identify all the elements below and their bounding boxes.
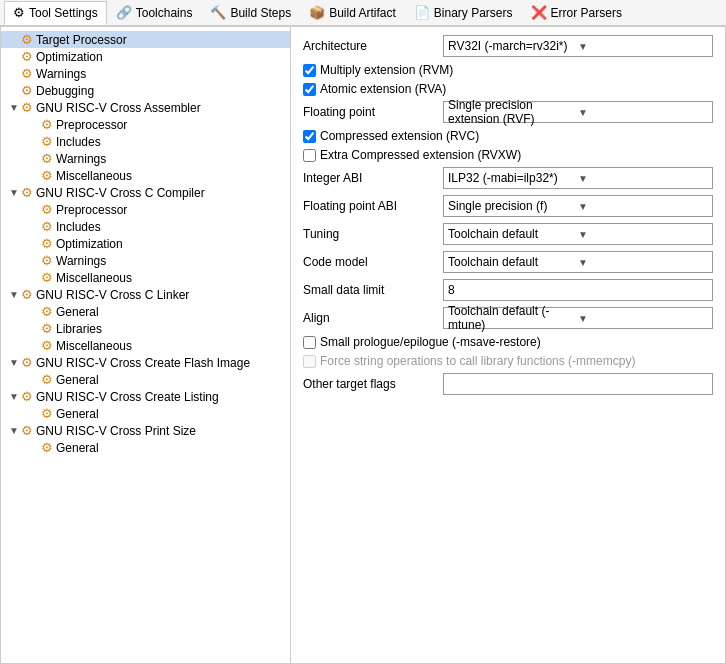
left-panel: ⚙ Target Processor ⚙ Optimization ⚙ Warn…	[1, 27, 291, 663]
dropdown-integer-abi[interactable]: ILP32 (-mabi=ilp32*) ▼	[443, 167, 713, 189]
checkbox-small-prologue[interactable]	[303, 336, 316, 349]
settings-row-tuning: Tuning Toolchain default ▼	[303, 223, 713, 245]
item-label-cc-optimization: Optimization	[56, 237, 123, 251]
item-label-gnu-c-linker: GNU RISC-V Cross C Linker	[36, 288, 189, 302]
input-small-data[interactable]	[443, 279, 713, 301]
tab-icon-tool-settings: ⚙	[13, 5, 25, 20]
tree-item-gnu-c-compiler[interactable]: ▼ ⚙ GNU RISC-V Cross C Compiler	[1, 184, 290, 201]
tree-item-ld-misc[interactable]: ⚙ Miscellaneous	[1, 337, 290, 354]
item-label-print-general: General	[56, 441, 99, 455]
toggle-gnu-listing[interactable]: ▼	[9, 391, 21, 402]
tree-item-listing-general[interactable]: ⚙ General	[1, 405, 290, 422]
settings-value-architecture: RV32I (-march=rv32i*) ▼	[443, 35, 713, 57]
item-label-gnu-c-compiler: GNU RISC-V Cross C Compiler	[36, 186, 205, 200]
item-icon-ld-libraries: ⚙	[41, 321, 53, 336]
tree-item-gnu-print-size[interactable]: ▼ ⚙ GNU RISC-V Cross Print Size	[1, 422, 290, 439]
toggle-gnu-assembler[interactable]: ▼	[9, 102, 21, 113]
dropdown-fp-abi[interactable]: Single precision (f) ▼	[443, 195, 713, 217]
label-compressed: Compressed extension (RVC)	[320, 129, 479, 143]
item-label-gnu-assembler: GNU RISC-V Cross Assembler	[36, 101, 201, 115]
dropdown-floating-point[interactable]: Single precision extension (RVF) ▼	[443, 101, 713, 123]
dropdown-arrow-code-model: ▼	[578, 257, 708, 268]
item-label-warnings: Warnings	[36, 67, 86, 81]
item-icon-cc-includes: ⚙	[41, 219, 53, 234]
settings-row-architecture: Architecture RV32I (-march=rv32i*) ▼	[303, 35, 713, 57]
tab-icon-binary-parsers: 📄	[414, 5, 430, 20]
dropdown-wrapper-floating-point: Single precision extension (RVF) ▼	[443, 101, 713, 123]
tree-item-debugging[interactable]: ⚙ Debugging	[1, 82, 290, 99]
tab-label-binary-parsers: Binary Parsers	[434, 6, 513, 20]
tree-item-asm-preprocessor[interactable]: ⚙ Preprocessor	[1, 116, 290, 133]
tree-item-target-processor[interactable]: ⚙ Target Processor	[1, 31, 290, 48]
item-label-asm-misc: Miscellaneous	[56, 169, 132, 183]
tree-item-warnings[interactable]: ⚙ Warnings	[1, 65, 290, 82]
item-label-cc-misc: Miscellaneous	[56, 271, 132, 285]
label-multiply: Multiply extension (RVM)	[320, 63, 453, 77]
tab-error-parsers[interactable]: ❌Error Parsers	[522, 1, 631, 25]
tree-item-asm-includes[interactable]: ⚙ Includes	[1, 133, 290, 150]
item-icon-cc-preprocessor: ⚙	[41, 202, 53, 217]
tree-item-cc-includes[interactable]: ⚙ Includes	[1, 218, 290, 235]
tree-item-gnu-listing[interactable]: ▼ ⚙ GNU RISC-V Cross Create Listing	[1, 388, 290, 405]
tree-item-asm-warnings[interactable]: ⚙ Warnings	[1, 150, 290, 167]
item-label-gnu-flash: GNU RISC-V Cross Create Flash Image	[36, 356, 250, 370]
input-other-flags[interactable]	[443, 373, 713, 395]
checkbox-extra-compressed[interactable]	[303, 149, 316, 162]
item-icon-debugging: ⚙	[21, 83, 33, 98]
dropdown-architecture[interactable]: RV32I (-march=rv32i*) ▼	[443, 35, 713, 57]
tree-item-gnu-flash[interactable]: ▼ ⚙ GNU RISC-V Cross Create Flash Image	[1, 354, 290, 371]
checkbox-row-atomic: Atomic extension (RVA)	[303, 82, 713, 96]
toggle-gnu-print-size[interactable]: ▼	[9, 425, 21, 436]
dropdown-align[interactable]: Toolchain default (-mtune) ▼	[443, 307, 713, 329]
tree-item-cc-misc[interactable]: ⚙ Miscellaneous	[1, 269, 290, 286]
tree-item-cc-warnings[interactable]: ⚙ Warnings	[1, 252, 290, 269]
tree-item-flash-general[interactable]: ⚙ General	[1, 371, 290, 388]
settings-row-code-model: Code model Toolchain default ▼	[303, 251, 713, 273]
checkbox-row-force-string: Force string operations to call library …	[303, 354, 713, 368]
tree-item-asm-misc[interactable]: ⚙ Miscellaneous	[1, 167, 290, 184]
settings-value-code-model: Toolchain default ▼	[443, 251, 713, 273]
toggle-gnu-c-linker[interactable]: ▼	[9, 289, 21, 300]
item-icon-asm-misc: ⚙	[41, 168, 53, 183]
tab-tool-settings[interactable]: ⚙Tool Settings	[4, 1, 107, 25]
settings-label-architecture: Architecture	[303, 39, 443, 53]
checkbox-multiply[interactable]	[303, 64, 316, 77]
tab-icon-toolchains: 🔗	[116, 5, 132, 20]
tab-toolchains[interactable]: 🔗Toolchains	[107, 1, 202, 25]
checkbox-compressed[interactable]	[303, 130, 316, 143]
item-icon-cc-misc: ⚙	[41, 270, 53, 285]
dropdown-tuning[interactable]: Toolchain default ▼	[443, 223, 713, 245]
dropdown-arrow-floating-point: ▼	[578, 107, 708, 118]
item-label-optimization: Optimization	[36, 50, 103, 64]
item-label-ld-misc: Miscellaneous	[56, 339, 132, 353]
tab-build-steps[interactable]: 🔨Build Steps	[201, 1, 300, 25]
tab-binary-parsers[interactable]: 📄Binary Parsers	[405, 1, 522, 25]
dropdown-wrapper-code-model: Toolchain default ▼	[443, 251, 713, 273]
tree-item-ld-general[interactable]: ⚙ General	[1, 303, 290, 320]
item-label-debugging: Debugging	[36, 84, 94, 98]
main-container: ⚙ Target Processor ⚙ Optimization ⚙ Warn…	[0, 26, 726, 664]
item-label-gnu-listing: GNU RISC-V Cross Create Listing	[36, 390, 219, 404]
tree-item-cc-preprocessor[interactable]: ⚙ Preprocessor	[1, 201, 290, 218]
settings-row-fp-abi: Floating point ABI Single precision (f) …	[303, 195, 713, 217]
item-label-asm-warnings: Warnings	[56, 152, 106, 166]
checkbox-force-string[interactable]	[303, 355, 316, 368]
item-icon-gnu-c-compiler: ⚙	[21, 185, 33, 200]
dropdown-code-model[interactable]: Toolchain default ▼	[443, 251, 713, 273]
settings-label-integer-abi: Integer ABI	[303, 171, 443, 185]
tree-item-gnu-assembler[interactable]: ▼ ⚙ GNU RISC-V Cross Assembler	[1, 99, 290, 116]
checkbox-atomic[interactable]	[303, 83, 316, 96]
toggle-gnu-flash[interactable]: ▼	[9, 357, 21, 368]
tab-label-tool-settings: Tool Settings	[29, 6, 98, 20]
tree-item-ld-libraries[interactable]: ⚙ Libraries	[1, 320, 290, 337]
tree-item-cc-optimization[interactable]: ⚙ Optimization	[1, 235, 290, 252]
settings-label-tuning: Tuning	[303, 227, 443, 241]
item-icon-ld-misc: ⚙	[41, 338, 53, 353]
tree-item-gnu-c-linker[interactable]: ▼ ⚙ GNU RISC-V Cross C Linker	[1, 286, 290, 303]
tree-item-optimization[interactable]: ⚙ Optimization	[1, 48, 290, 65]
toggle-gnu-c-compiler[interactable]: ▼	[9, 187, 21, 198]
tree-item-print-general[interactable]: ⚙ General	[1, 439, 290, 456]
dropdown-value-floating-point: Single precision extension (RVF)	[448, 98, 578, 126]
tab-build-artifact[interactable]: 📦Build Artifact	[300, 1, 405, 25]
settings-value-other-flags	[443, 373, 713, 395]
